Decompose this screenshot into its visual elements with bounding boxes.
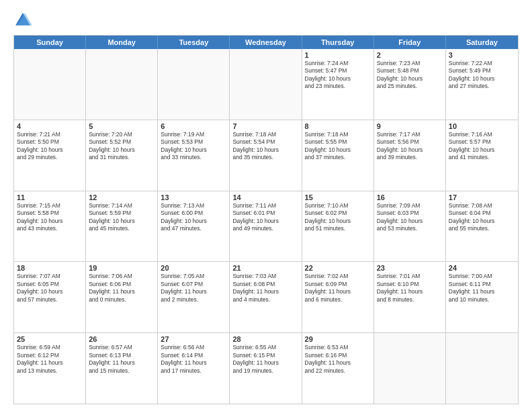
calendar-cell [446, 333, 518, 404]
cell-info: Sunrise: 7:18 AMSunset: 5:54 PMDaylight:… [232, 131, 298, 162]
day-number: 18 [17, 264, 83, 272]
calendar-cell [374, 333, 446, 404]
page: SundayMondayTuesdayWednesdayThursdayFrid… [0, 0, 532, 411]
calendar-row: 1Sunrise: 7:24 AMSunset: 5:47 PMDaylight… [14, 49, 518, 120]
calendar-cell: 24Sunrise: 7:00 AMSunset: 6:11 PMDayligh… [446, 262, 518, 332]
day-number: 4 [17, 122, 83, 130]
header-cell-monday: Monday [86, 36, 158, 49]
cell-info: Sunrise: 6:56 AMSunset: 6:14 PMDaylight:… [161, 344, 226, 375]
day-number: 10 [449, 122, 515, 130]
calendar-cell: 21Sunrise: 7:03 AMSunset: 6:08 PMDayligh… [230, 262, 302, 332]
cell-info: Sunrise: 6:53 AMSunset: 6:16 PMDaylight:… [305, 344, 371, 375]
cell-info: Sunrise: 6:55 AMSunset: 6:15 PMDaylight:… [232, 344, 298, 375]
cell-info: Sunrise: 7:01 AMSunset: 6:10 PMDaylight:… [377, 273, 443, 304]
day-number: 27 [161, 335, 226, 343]
day-number: 5 [89, 122, 154, 130]
cell-info: Sunrise: 6:59 AMSunset: 6:12 PMDaylight:… [17, 344, 83, 375]
header [13, 11, 519, 30]
calendar-row: 4Sunrise: 7:21 AMSunset: 5:50 PMDaylight… [14, 120, 518, 191]
day-number: 2 [377, 51, 443, 59]
cell-info: Sunrise: 7:06 AMSunset: 6:06 PMDaylight:… [89, 273, 154, 304]
calendar-cell: 15Sunrise: 7:10 AMSunset: 6:02 PMDayligh… [302, 191, 374, 262]
calendar-row: 25Sunrise: 6:59 AMSunset: 6:12 PMDayligh… [14, 332, 518, 404]
day-number: 19 [89, 264, 154, 272]
calendar-row: 18Sunrise: 7:07 AMSunset: 6:05 PMDayligh… [14, 261, 518, 332]
cell-info: Sunrise: 7:02 AMSunset: 6:09 PMDaylight:… [305, 273, 371, 304]
day-number: 6 [161, 122, 226, 130]
cell-info: Sunrise: 7:10 AMSunset: 6:02 PMDaylight:… [305, 202, 371, 233]
cell-info: Sunrise: 7:14 AMSunset: 5:59 PMDaylight:… [89, 202, 154, 233]
day-number: 11 [17, 193, 83, 201]
cell-info: Sunrise: 7:19 AMSunset: 5:53 PMDaylight:… [161, 131, 226, 162]
calendar-cell [158, 49, 230, 120]
calendar-cell: 1Sunrise: 7:24 AMSunset: 5:47 PMDaylight… [302, 49, 374, 120]
cell-info: Sunrise: 7:11 AMSunset: 6:01 PMDaylight:… [232, 202, 298, 233]
cell-info: Sunrise: 7:05 AMSunset: 6:07 PMDaylight:… [161, 273, 226, 304]
day-number: 28 [232, 335, 298, 343]
calendar-cell: 7Sunrise: 7:18 AMSunset: 5:54 PMDaylight… [230, 120, 302, 191]
day-number: 12 [89, 193, 154, 201]
calendar-cell: 5Sunrise: 7:20 AMSunset: 5:52 PMDaylight… [86, 120, 158, 191]
cell-info: Sunrise: 7:08 AMSunset: 6:04 PMDaylight:… [449, 202, 515, 233]
day-number: 26 [89, 335, 154, 343]
calendar-cell: 22Sunrise: 7:02 AMSunset: 6:09 PMDayligh… [302, 262, 374, 332]
cell-info: Sunrise: 7:03 AMSunset: 6:08 PMDaylight:… [232, 273, 298, 304]
day-number: 29 [305, 335, 371, 343]
calendar-cell: 27Sunrise: 6:56 AMSunset: 6:14 PMDayligh… [158, 333, 230, 404]
calendar: SundayMondayTuesdayWednesdayThursdayFrid… [13, 35, 519, 404]
calendar-header: SundayMondayTuesdayWednesdayThursdayFrid… [14, 36, 518, 49]
calendar-cell: 8Sunrise: 7:18 AMSunset: 5:55 PMDaylight… [302, 120, 374, 191]
cell-info: Sunrise: 7:16 AMSunset: 5:57 PMDaylight:… [449, 131, 515, 162]
day-number: 3 [449, 51, 515, 59]
calendar-cell: 10Sunrise: 7:16 AMSunset: 5:57 PMDayligh… [446, 120, 518, 191]
calendar-cell: 9Sunrise: 7:17 AMSunset: 5:56 PMDaylight… [374, 120, 446, 191]
calendar-cell: 19Sunrise: 7:06 AMSunset: 6:06 PMDayligh… [86, 262, 158, 332]
cell-info: Sunrise: 6:57 AMSunset: 6:13 PMDaylight:… [89, 344, 154, 375]
day-number: 14 [232, 193, 298, 201]
cell-info: Sunrise: 7:24 AMSunset: 5:47 PMDaylight:… [305, 60, 371, 91]
cell-info: Sunrise: 7:15 AMSunset: 5:58 PMDaylight:… [17, 202, 83, 233]
header-cell-tuesday: Tuesday [158, 36, 230, 49]
logo [13, 11, 35, 30]
calendar-cell: 18Sunrise: 7:07 AMSunset: 6:05 PMDayligh… [14, 262, 86, 332]
calendar-cell: 13Sunrise: 7:13 AMSunset: 6:00 PMDayligh… [158, 191, 230, 262]
header-cell-thursday: Thursday [302, 36, 374, 49]
calendar-cell: 11Sunrise: 7:15 AMSunset: 5:58 PMDayligh… [14, 191, 86, 262]
day-number: 15 [305, 193, 371, 201]
cell-info: Sunrise: 7:23 AMSunset: 5:48 PMDaylight:… [377, 60, 443, 91]
calendar-cell: 2Sunrise: 7:23 AMSunset: 5:48 PMDaylight… [374, 49, 446, 120]
cell-info: Sunrise: 7:13 AMSunset: 6:00 PMDaylight:… [161, 202, 226, 233]
cell-info: Sunrise: 7:22 AMSunset: 5:49 PMDaylight:… [449, 60, 515, 91]
calendar-cell: 14Sunrise: 7:11 AMSunset: 6:01 PMDayligh… [230, 191, 302, 262]
day-number: 7 [232, 122, 298, 130]
day-number: 21 [232, 264, 298, 272]
header-cell-sunday: Sunday [14, 36, 86, 49]
header-cell-wednesday: Wednesday [230, 36, 302, 49]
calendar-row: 11Sunrise: 7:15 AMSunset: 5:58 PMDayligh… [14, 191, 518, 262]
header-cell-friday: Friday [374, 36, 446, 49]
calendar-cell [230, 49, 302, 120]
cell-info: Sunrise: 7:00 AMSunset: 6:11 PMDaylight:… [449, 273, 515, 304]
calendar-cell: 26Sunrise: 6:57 AMSunset: 6:13 PMDayligh… [86, 333, 158, 404]
day-number: 17 [449, 193, 515, 201]
calendar-body: 1Sunrise: 7:24 AMSunset: 5:47 PMDaylight… [14, 49, 518, 404]
cell-info: Sunrise: 7:21 AMSunset: 5:50 PMDaylight:… [17, 131, 83, 162]
day-number: 13 [161, 193, 226, 201]
cell-info: Sunrise: 7:20 AMSunset: 5:52 PMDaylight:… [89, 131, 154, 162]
day-number: 1 [305, 51, 371, 59]
day-number: 9 [377, 122, 443, 130]
header-cell-saturday: Saturday [446, 36, 518, 49]
calendar-cell: 25Sunrise: 6:59 AMSunset: 6:12 PMDayligh… [14, 333, 86, 404]
calendar-cell: 20Sunrise: 7:05 AMSunset: 6:07 PMDayligh… [158, 262, 230, 332]
day-number: 24 [449, 264, 515, 272]
calendar-cell: 12Sunrise: 7:14 AMSunset: 5:59 PMDayligh… [86, 191, 158, 262]
cell-info: Sunrise: 7:17 AMSunset: 5:56 PMDaylight:… [377, 131, 443, 162]
logo-icon [13, 11, 32, 30]
calendar-cell: 23Sunrise: 7:01 AMSunset: 6:10 PMDayligh… [374, 262, 446, 332]
calendar-cell: 3Sunrise: 7:22 AMSunset: 5:49 PMDaylight… [446, 49, 518, 120]
calendar-cell: 29Sunrise: 6:53 AMSunset: 6:16 PMDayligh… [302, 333, 374, 404]
calendar-cell: 17Sunrise: 7:08 AMSunset: 6:04 PMDayligh… [446, 191, 518, 262]
cell-info: Sunrise: 7:07 AMSunset: 6:05 PMDaylight:… [17, 273, 83, 304]
calendar-cell: 6Sunrise: 7:19 AMSunset: 5:53 PMDaylight… [158, 120, 230, 191]
day-number: 16 [377, 193, 443, 201]
